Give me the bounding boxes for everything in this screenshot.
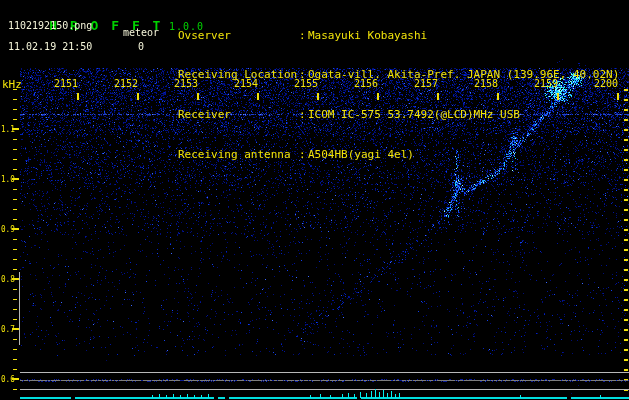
y-tick-label: 0.7 — [1, 324, 15, 334]
station-separator: : — [299, 29, 308, 42]
station-label: Receiving antenna — [178, 148, 299, 161]
station-value: ICOM IC-575 53.7492(@LCD)MHz USB — [308, 108, 520, 121]
x-tick-label: 2154 — [232, 78, 258, 89]
x-tick-label: 2157 — [412, 78, 438, 89]
x-tick-label: 2159 — [532, 78, 558, 89]
filename-label: 1102192150.png — [8, 20, 92, 31]
meteor-count: 0 — [138, 41, 144, 52]
y-tick-label: 0.8 — [1, 274, 15, 284]
y-axis-unit-label: kHz — [2, 78, 22, 91]
x-tick-label: 2151 — [52, 78, 78, 89]
hrofft-app-window: H R O F F T1.0.0 1102192150.png meteor 1… — [0, 0, 629, 400]
datetime-label: 11.02.19 21:50 — [8, 41, 92, 52]
x-tick-label: 2155 — [292, 78, 318, 89]
y-tick-label: 1.1 — [1, 124, 15, 134]
y-tick-label: 1.0 — [1, 174, 15, 184]
station-separator: : — [299, 108, 308, 121]
x-tick-label: 2200 — [592, 78, 618, 89]
station-row-observer: Ovserver:Masayuki Kobayashi — [178, 29, 619, 42]
station-separator: : — [299, 148, 308, 161]
x-tick-label: 2152 — [112, 78, 138, 89]
x-tick-label: 2156 — [352, 78, 378, 89]
station-row-antenna: Receiving antenna:A504HB(yagi 4el) — [178, 148, 619, 161]
x-tick-label: 2158 — [472, 78, 498, 89]
station-label: Receiver — [178, 108, 299, 121]
y-tick-label: 0.6 — [1, 374, 15, 384]
station-label: Ovserver — [178, 29, 299, 42]
y-tick-label: 0.9 — [1, 224, 15, 234]
mode-label: meteor — [123, 27, 159, 38]
station-value: Masayuki Kobayashi — [308, 29, 427, 42]
station-row-receiver: Receiver:ICOM IC-575 53.7492(@LCD)MHz US… — [178, 108, 619, 121]
station-value: A504HB(yagi 4el) — [308, 148, 414, 161]
station-info: Ovserver:Masayuki Kobayashi Receiving Lo… — [178, 2, 619, 188]
x-tick-label: 2153 — [172, 78, 198, 89]
